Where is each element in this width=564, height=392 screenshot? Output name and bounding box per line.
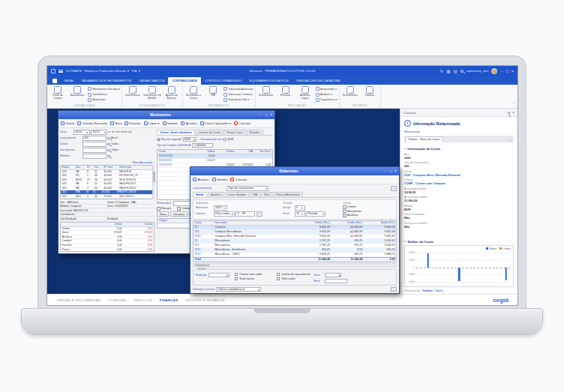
ribbon-item[interactable]: Valorização em Moeda [143,85,161,100]
ribbon-tabs-item[interactable]: CAIXA E BANCOS [135,77,168,85]
field-input[interactable] [82,142,106,147]
balancetes-tabs-item[interactable]: Planos Alternativos [273,192,302,197]
balancetes-tabs-item[interactable]: Analítica [208,192,224,197]
field-input[interactable]: 001 [82,136,106,141]
balancetes-titlebar[interactable]: Balancetes − □ × [190,167,399,175]
column-header[interactable]: Descrição [118,166,154,169]
avatar[interactable] [491,68,497,74]
toolbar-button[interactable]: Imprimir [163,121,178,125]
balancete-grid[interactable]: ContaDescriçãoDébito (Per.)Crédito (Per.… [193,220,397,262]
module-nav-item[interactable]: RECURSOS HUMANOS [185,298,224,302]
ribbon-tabs-item[interactable]: CONTROLO FINANCEIRO [201,77,246,85]
hamburger-menu-icon[interactable] [58,70,63,73]
ribbon-item[interactable]: Ajustes de Balanço [163,85,181,100]
ribbon-tabs-item[interactable]: GERAL [60,77,78,85]
novo-button[interactable]: Novo [157,211,169,217]
currency-select[interactable]: EUR [183,137,196,142]
clear-date-icon[interactable]: × [109,130,111,134]
view-switcher-item[interactable]: Tabela [433,289,443,292]
ribbon-item-small[interactable]: Diagnósticos ▾ [316,98,338,102]
checkbox[interactable] [235,277,238,281]
ribbon-item[interactable]: Análises Legais [296,85,314,100]
ribbon-item-small[interactable]: Imposto de Selo ▾ [224,98,254,102]
column-header[interactable]: Crédito (Per.) [332,221,364,225]
context-tab[interactable]: Tabelas - Plano de Contas [405,136,443,142]
company-selector[interactable]: Empresa Publicitária Brands ▾ [85,69,129,73]
balancetes-window[interactable]: Balancetes − □ × AtualizarImprimirCancel… [190,166,400,294]
exibicao-select[interactable] [208,273,230,278]
ribbon-item-small[interactable]: Tributação Autónoma [224,87,254,91]
checkbox[interactable] [343,210,346,214]
ribbon-item[interactable]: IVA [204,85,222,97]
collapse-section-icon[interactable]: ^ [404,240,406,244]
entry-tabs-item[interactable]: Ordem, Geral e Analítica [157,130,195,135]
column-header[interactable]: N.º Doc [103,166,118,169]
username[interactable]: aarturama_dev [466,69,489,73]
date-from-input[interactable]: 01/01 [74,130,90,135]
advanced-filter-link[interactable]: Filtro Avançado... [60,161,154,164]
date-to-input[interactable]: 31/12 [91,130,107,135]
field-input[interactable] [82,154,106,159]
minimize-button[interactable]: − [385,169,387,173]
info-field-value[interactable]: 3121 - Compras Merc: Mercado Nacional [404,173,514,177]
ribbon-tabs-item[interactable]: EQUIPAMENTOS E ATIVOS [246,77,292,85]
tab-scroll-chevrons[interactable]: ‹ › [508,138,514,142]
branch-selector[interactable]: F.A. ▾ [132,69,140,73]
entry-tabs-item[interactable]: Funções [247,130,263,135]
maximize-button[interactable]: □ [506,69,508,73]
minimize-button[interactable]: − [500,69,502,73]
pin-icon[interactable] [508,112,511,115]
ribbon-item[interactable]: Plano de Contas [49,85,67,100]
table-row[interactable]: Total11.366,2811.366,285,36 [194,257,396,262]
visualizar-button[interactable]: Visualizar [170,211,188,217]
recapit-checkbox[interactable] [157,207,160,211]
ribbon-tabs-item[interactable]: OBRIGAÇÕES DECLARATIVAS [292,77,344,85]
module-nav-item[interactable]: COMPRAS [108,298,126,302]
column-header[interactable]: Terc/Desc [254,150,272,154]
toolbar-button[interactable]: Imprimir [212,178,228,181]
ribbon-item[interactable]: Extratos [277,85,295,97]
movimentos-list-grid[interactable]: DiárioDoc.N.ºDiaN.º DocDescrição003FA851… [60,165,154,199]
module-nav-item[interactable]: SERVIÇOS [134,298,152,302]
checkbox[interactable] [277,273,280,277]
column-header[interactable]: Dia [93,166,102,169]
checkbox[interactable] [235,273,238,277]
contas-range-input[interactable]: 3 .. 39 [236,211,255,217]
maximize-button[interactable]: □ [266,113,268,117]
lookup-icon[interactable] [107,143,110,146]
balancetes-tabs-item[interactable]: IVA [250,192,260,197]
column-header[interactable]: Descrição [214,221,298,225]
column-header[interactable]: Crédito [123,223,154,226]
lookup-icon[interactable] [107,149,110,152]
movimentos-link[interactable]: Movimentos [404,130,514,133]
final-spinner[interactable]: 12 [295,211,305,217]
column-header[interactable]: Diário [61,166,75,169]
notifications-icon[interactable]: ▤ [453,69,457,73]
checkbox[interactable] [277,277,280,281]
toolbar-button[interactable]: Outras Operações ▾ [200,121,231,125]
toolbar-button[interactable]: Atualizar [193,178,209,181]
collapse-ribbon-icon[interactable]: ˆ [513,102,514,106]
toolbar-button[interactable]: Novo [110,121,122,125]
view-switcher-item[interactable]: Gráfico [422,289,432,292]
toolbar-button[interactable]: Gravar [61,121,74,125]
home-tab[interactable] [50,77,59,85]
ribbon-item[interactable]: Dashboards [257,85,275,97]
contas-picker-button[interactable]: … [256,211,262,217]
toolbar-button[interactable]: Estornar [124,121,140,125]
minimize-button[interactable]: − [260,113,262,117]
entry-tabs-item[interactable]: Centros de Custo [196,130,224,135]
column-header[interactable]: N.º [86,166,93,169]
balancetes-tabs-item[interactable]: Razão [193,192,207,197]
column-header[interactable]: Crédito [216,150,236,154]
ribbon-item[interactable]: Tabelas [361,85,379,97]
filtro-input[interactable] [325,279,347,284]
column-header[interactable]: IVA [236,150,254,154]
column-header[interactable] [61,223,92,226]
balancetes-tabs-item[interactable]: Selo [261,192,272,197]
column-header[interactable]: Saldo (Per.) [364,221,396,225]
suggested-currency-radio[interactable] [157,138,160,142]
module-nav-item[interactable]: VENDAS E ENCOMENDAS [56,298,100,302]
final-unit-select[interactable]: Período [306,211,326,217]
module-nav-item[interactable]: FINANÇAS [160,298,178,302]
